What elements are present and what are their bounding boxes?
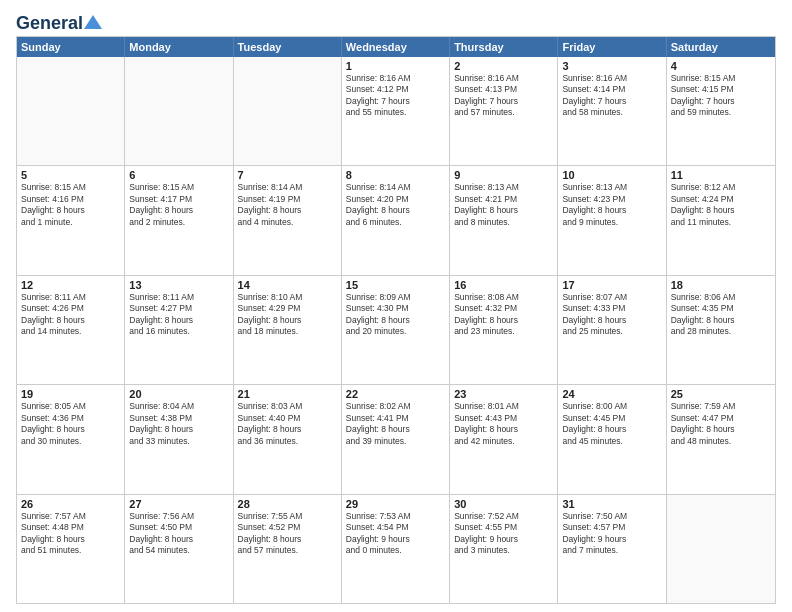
- day-number: 8: [346, 169, 445, 181]
- day-number: 22: [346, 388, 445, 400]
- weekday-header-thursday: Thursday: [450, 37, 558, 57]
- weekday-header-wednesday: Wednesday: [342, 37, 450, 57]
- calendar-cell-empty: [234, 57, 342, 165]
- day-number: 18: [671, 279, 771, 291]
- day-number: 23: [454, 388, 553, 400]
- day-number: 28: [238, 498, 337, 510]
- day-number: 12: [21, 279, 120, 291]
- calendar-cell-day-3: 3Sunrise: 8:16 AM Sunset: 4:14 PM Daylig…: [558, 57, 666, 165]
- day-number: 2: [454, 60, 553, 72]
- day-info: Sunrise: 7:57 AM Sunset: 4:48 PM Dayligh…: [21, 511, 120, 557]
- day-info: Sunrise: 8:16 AM Sunset: 4:12 PM Dayligh…: [346, 73, 445, 119]
- calendar-row-2: 12Sunrise: 8:11 AM Sunset: 4:26 PM Dayli…: [17, 276, 775, 385]
- calendar-cell-day-12: 12Sunrise: 8:11 AM Sunset: 4:26 PM Dayli…: [17, 276, 125, 384]
- calendar-cell-day-26: 26Sunrise: 7:57 AM Sunset: 4:48 PM Dayli…: [17, 495, 125, 603]
- calendar-row-4: 26Sunrise: 7:57 AM Sunset: 4:48 PM Dayli…: [17, 495, 775, 603]
- day-number: 14: [238, 279, 337, 291]
- day-info: Sunrise: 8:10 AM Sunset: 4:29 PM Dayligh…: [238, 292, 337, 338]
- calendar-cell-day-25: 25Sunrise: 7:59 AM Sunset: 4:47 PM Dayli…: [667, 385, 775, 493]
- calendar-cell-day-19: 19Sunrise: 8:05 AM Sunset: 4:36 PM Dayli…: [17, 385, 125, 493]
- calendar-cell-day-20: 20Sunrise: 8:04 AM Sunset: 4:38 PM Dayli…: [125, 385, 233, 493]
- calendar-cell-day-8: 8Sunrise: 8:14 AM Sunset: 4:20 PM Daylig…: [342, 166, 450, 274]
- logo-text-general: General: [16, 14, 83, 32]
- day-number: 15: [346, 279, 445, 291]
- day-number: 20: [129, 388, 228, 400]
- calendar-cell-empty: [667, 495, 775, 603]
- day-info: Sunrise: 8:00 AM Sunset: 4:45 PM Dayligh…: [562, 401, 661, 447]
- day-info: Sunrise: 8:06 AM Sunset: 4:35 PM Dayligh…: [671, 292, 771, 338]
- day-number: 4: [671, 60, 771, 72]
- day-info: Sunrise: 7:50 AM Sunset: 4:57 PM Dayligh…: [562, 511, 661, 557]
- day-number: 10: [562, 169, 661, 181]
- calendar-cell-day-7: 7Sunrise: 8:14 AM Sunset: 4:19 PM Daylig…: [234, 166, 342, 274]
- weekday-header-monday: Monday: [125, 37, 233, 57]
- day-number: 6: [129, 169, 228, 181]
- day-number: 30: [454, 498, 553, 510]
- day-info: Sunrise: 8:04 AM Sunset: 4:38 PM Dayligh…: [129, 401, 228, 447]
- weekday-header-tuesday: Tuesday: [234, 37, 342, 57]
- calendar-cell-day-18: 18Sunrise: 8:06 AM Sunset: 4:35 PM Dayli…: [667, 276, 775, 384]
- calendar-cell-day-30: 30Sunrise: 7:52 AM Sunset: 4:55 PM Dayli…: [450, 495, 558, 603]
- calendar-cell-day-5: 5Sunrise: 8:15 AM Sunset: 4:16 PM Daylig…: [17, 166, 125, 274]
- calendar-cell-day-27: 27Sunrise: 7:56 AM Sunset: 4:50 PM Dayli…: [125, 495, 233, 603]
- calendar-row-1: 5Sunrise: 8:15 AM Sunset: 4:16 PM Daylig…: [17, 166, 775, 275]
- calendar-cell-day-13: 13Sunrise: 8:11 AM Sunset: 4:27 PM Dayli…: [125, 276, 233, 384]
- day-number: 1: [346, 60, 445, 72]
- calendar-cell-day-6: 6Sunrise: 8:15 AM Sunset: 4:17 PM Daylig…: [125, 166, 233, 274]
- day-number: 7: [238, 169, 337, 181]
- day-number: 29: [346, 498, 445, 510]
- calendar-cell-empty: [17, 57, 125, 165]
- day-number: 9: [454, 169, 553, 181]
- calendar-cell-day-28: 28Sunrise: 7:55 AM Sunset: 4:52 PM Dayli…: [234, 495, 342, 603]
- day-number: 5: [21, 169, 120, 181]
- day-info: Sunrise: 7:59 AM Sunset: 4:47 PM Dayligh…: [671, 401, 771, 447]
- day-info: Sunrise: 8:08 AM Sunset: 4:32 PM Dayligh…: [454, 292, 553, 338]
- calendar-cell-day-1: 1Sunrise: 8:16 AM Sunset: 4:12 PM Daylig…: [342, 57, 450, 165]
- day-info: Sunrise: 7:52 AM Sunset: 4:55 PM Dayligh…: [454, 511, 553, 557]
- calendar-header: SundayMondayTuesdayWednesdayThursdayFrid…: [17, 37, 775, 57]
- day-info: Sunrise: 8:05 AM Sunset: 4:36 PM Dayligh…: [21, 401, 120, 447]
- day-info: Sunrise: 8:09 AM Sunset: 4:30 PM Dayligh…: [346, 292, 445, 338]
- calendar-cell-day-2: 2Sunrise: 8:16 AM Sunset: 4:13 PM Daylig…: [450, 57, 558, 165]
- day-info: Sunrise: 8:15 AM Sunset: 4:16 PM Dayligh…: [21, 182, 120, 228]
- calendar-row-0: 1Sunrise: 8:16 AM Sunset: 4:12 PM Daylig…: [17, 57, 775, 166]
- day-number: 24: [562, 388, 661, 400]
- weekday-header-saturday: Saturday: [667, 37, 775, 57]
- calendar-cell-day-22: 22Sunrise: 8:02 AM Sunset: 4:41 PM Dayli…: [342, 385, 450, 493]
- calendar-body: 1Sunrise: 8:16 AM Sunset: 4:12 PM Daylig…: [17, 57, 775, 603]
- day-info: Sunrise: 8:14 AM Sunset: 4:19 PM Dayligh…: [238, 182, 337, 228]
- calendar-cell-day-29: 29Sunrise: 7:53 AM Sunset: 4:54 PM Dayli…: [342, 495, 450, 603]
- calendar-cell-day-14: 14Sunrise: 8:10 AM Sunset: 4:29 PM Dayli…: [234, 276, 342, 384]
- day-info: Sunrise: 7:53 AM Sunset: 4:54 PM Dayligh…: [346, 511, 445, 557]
- calendar-cell-day-16: 16Sunrise: 8:08 AM Sunset: 4:32 PM Dayli…: [450, 276, 558, 384]
- day-info: Sunrise: 8:03 AM Sunset: 4:40 PM Dayligh…: [238, 401, 337, 447]
- day-number: 25: [671, 388, 771, 400]
- weekday-header-friday: Friday: [558, 37, 666, 57]
- day-info: Sunrise: 8:14 AM Sunset: 4:20 PM Dayligh…: [346, 182, 445, 228]
- day-info: Sunrise: 7:55 AM Sunset: 4:52 PM Dayligh…: [238, 511, 337, 557]
- day-number: 26: [21, 498, 120, 510]
- day-info: Sunrise: 8:12 AM Sunset: 4:24 PM Dayligh…: [671, 182, 771, 228]
- day-info: Sunrise: 8:15 AM Sunset: 4:17 PM Dayligh…: [129, 182, 228, 228]
- day-number: 11: [671, 169, 771, 181]
- day-info: Sunrise: 8:16 AM Sunset: 4:13 PM Dayligh…: [454, 73, 553, 119]
- day-number: 27: [129, 498, 228, 510]
- logo-icon: [84, 15, 102, 29]
- calendar-cell-day-11: 11Sunrise: 8:12 AM Sunset: 4:24 PM Dayli…: [667, 166, 775, 274]
- calendar-cell-day-10: 10Sunrise: 8:13 AM Sunset: 4:23 PM Dayli…: [558, 166, 666, 274]
- day-number: 21: [238, 388, 337, 400]
- page: General SundayMondayTuesdayWednesdayThur…: [0, 0, 792, 612]
- calendar-cell-day-21: 21Sunrise: 8:03 AM Sunset: 4:40 PM Dayli…: [234, 385, 342, 493]
- svg-marker-0: [84, 15, 102, 29]
- day-number: 16: [454, 279, 553, 291]
- calendar-cell-day-4: 4Sunrise: 8:15 AM Sunset: 4:15 PM Daylig…: [667, 57, 775, 165]
- calendar-cell-empty: [125, 57, 233, 165]
- day-number: 3: [562, 60, 661, 72]
- day-info: Sunrise: 8:11 AM Sunset: 4:26 PM Dayligh…: [21, 292, 120, 338]
- day-info: Sunrise: 8:07 AM Sunset: 4:33 PM Dayligh…: [562, 292, 661, 338]
- calendar-row-3: 19Sunrise: 8:05 AM Sunset: 4:36 PM Dayli…: [17, 385, 775, 494]
- calendar-cell-day-15: 15Sunrise: 8:09 AM Sunset: 4:30 PM Dayli…: [342, 276, 450, 384]
- logo: General: [16, 14, 102, 32]
- day-info: Sunrise: 8:11 AM Sunset: 4:27 PM Dayligh…: [129, 292, 228, 338]
- day-info: Sunrise: 8:13 AM Sunset: 4:23 PM Dayligh…: [562, 182, 661, 228]
